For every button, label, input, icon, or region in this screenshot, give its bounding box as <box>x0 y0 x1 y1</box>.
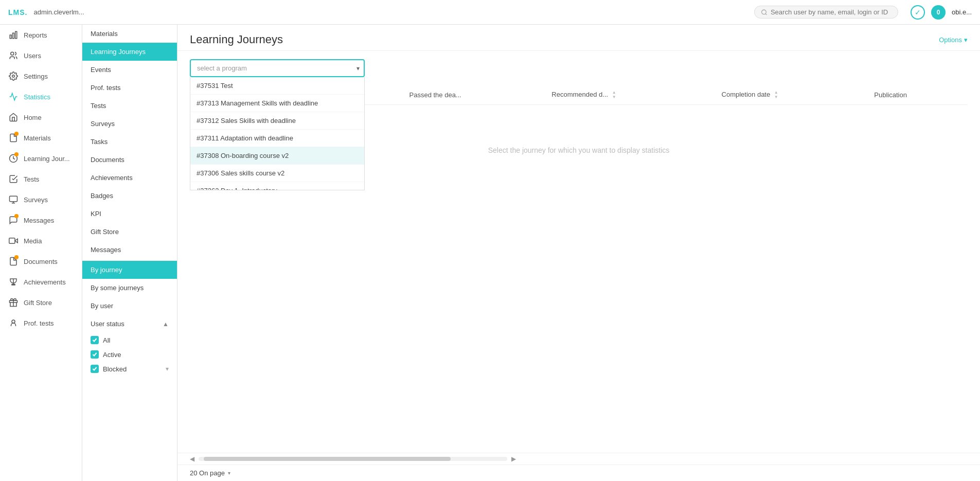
sec-item-kpi[interactable]: KPI <box>82 205 177 223</box>
h-scroll-track[interactable] <box>199 457 507 461</box>
sidebar-item-home[interactable]: Home <box>0 107 82 128</box>
search-icon <box>761 9 768 16</box>
h-scroll-thumb[interactable] <box>204 457 451 461</box>
sidebar-label-tests: Tests <box>24 175 39 183</box>
svg-rect-14 <box>12 284 15 286</box>
gift-icon <box>8 297 19 308</box>
sec-item-achievements[interactable]: Achievements <box>82 169 177 187</box>
col-passed-deadline[interactable]: Passed the dea... <box>403 85 546 105</box>
sec-item-tests[interactable]: Tests <box>82 97 177 115</box>
sidebar-item-achievements[interactable]: Achievements <box>0 272 82 292</box>
per-page-selector[interactable]: 20 On page ▾ <box>190 469 230 477</box>
col-publication[interactable]: Publication <box>868 85 968 105</box>
sort-arrows-completion: ▲▼ <box>774 91 778 99</box>
sidebar-label-home: Home <box>24 114 42 121</box>
home-icon <box>8 112 19 122</box>
scroll-right-arrow[interactable]: ▶ <box>511 455 516 462</box>
sidebar-item-documents[interactable]: Documents <box>0 251 82 272</box>
select-placeholder: select a program <box>197 64 247 72</box>
collapse-icon: ▲ <box>163 320 169 328</box>
blocked-expand-icon: ▾ <box>166 365 169 372</box>
svg-rect-8 <box>10 196 17 202</box>
options-button[interactable]: Options ▾ <box>939 36 968 44</box>
chart-line-icon <box>8 92 19 102</box>
checkbox-active[interactable]: Active <box>82 347 177 362</box>
program-select-container: select a program ▾ #37531 Test #37313 Ma… <box>190 59 365 77</box>
test-icon <box>8 174 19 184</box>
sidebar-label-gift-store: Gift Store <box>24 299 52 307</box>
sec-item-documents[interactable]: Documents <box>82 151 177 169</box>
checkbox-blocked[interactable]: Blocked ▾ <box>82 362 177 376</box>
trophy-icon <box>8 277 19 287</box>
checkbox-blocked-label: Blocked <box>103 365 127 373</box>
horizontal-scroll: ◀ ▶ <box>177 453 980 465</box>
prof-test-icon <box>8 318 19 328</box>
sidebar-item-messages[interactable]: Messages <box>0 210 82 230</box>
dropdown-item-37311[interactable]: #37311 Adaptation with deadline <box>190 130 364 147</box>
svg-rect-12 <box>9 238 15 244</box>
sidebar-item-gift-store[interactable]: Gift Store <box>0 292 82 313</box>
svg-point-6 <box>12 75 15 78</box>
sidebar-item-settings[interactable]: Settings <box>0 66 82 86</box>
sec-item-badges[interactable]: Badges <box>82 187 177 205</box>
chart-bar-icon <box>8 30 19 40</box>
sec-item-gift-store[interactable]: Gift Store <box>82 223 177 241</box>
sidebar-label-documents: Documents <box>24 258 58 265</box>
scroll-left-arrow[interactable]: ◀ <box>190 455 194 462</box>
program-dropdown-menu: #37531 Test #37313 Management Skills wit… <box>190 77 365 190</box>
main-content: Learning Journeys Options ▾ select a pro… <box>177 25 980 481</box>
col-completion-date[interactable]: Completion date ▲▼ <box>716 85 868 105</box>
sidebar-item-users[interactable]: Users <box>0 45 82 66</box>
dropdown-item-37262[interactable]: #37262 Day 1. Introductory <box>190 182 364 190</box>
avatar: 0 <box>931 5 946 20</box>
sidebar-label-statistics: Statistics <box>24 93 50 101</box>
col-recommended-date[interactable]: Recommended d... ▲▼ <box>545 85 715 105</box>
svg-line-1 <box>765 13 767 14</box>
sidebar-item-surveys[interactable]: Surveys <box>0 189 82 210</box>
sec-item-learning-journeys[interactable]: Learning Journeys <box>82 43 177 61</box>
options-chevron-icon: ▾ <box>964 36 968 44</box>
dropdown-item-37308[interactable]: #37308 On-boarding course v2 <box>190 147 364 165</box>
svg-point-0 <box>762 10 767 14</box>
svg-marker-11 <box>15 239 17 243</box>
sidebar-item-learning-journeys[interactable]: Learning Jour... <box>0 148 82 169</box>
program-select-input[interactable]: select a program <box>190 59 365 77</box>
search-bar[interactable] <box>754 6 898 19</box>
sidebar-label-prof-tests: Prof. tests <box>24 319 54 327</box>
sec-item-messages[interactable]: Messages <box>82 241 177 259</box>
sidebar-item-prof-tests[interactable]: Prof. tests <box>0 313 82 333</box>
sec-item-tasks[interactable]: Tasks <box>82 133 177 151</box>
per-page-label: 20 On page <box>190 469 225 477</box>
sidebar-label-users: Users <box>24 52 41 60</box>
sort-arrows-recommended: ▲▼ <box>612 91 616 99</box>
sidebar-label-reports: Reports <box>24 31 47 39</box>
sec-item-materials[interactable]: Materials <box>82 25 177 43</box>
svg-rect-3 <box>13 33 14 39</box>
sec-item-by-some-journeys[interactable]: By some journeys <box>82 279 177 297</box>
checkbox-all[interactable]: All <box>82 333 177 347</box>
user-status-header[interactable]: User status ▲ <box>82 315 177 333</box>
svg-rect-4 <box>15 31 17 39</box>
sec-item-by-user[interactable]: By user <box>82 297 177 315</box>
sidebar-item-media[interactable]: Media <box>0 230 82 251</box>
search-input[interactable] <box>771 8 892 16</box>
dropdown-item-37306[interactable]: #37306 Sales skills course v2 <box>190 165 364 182</box>
topbar: LMS. admin.cleverlm... ✓ 0 obi.e... <box>0 0 980 25</box>
dropdown-item-37313[interactable]: #37313 Management Skills with deadline <box>190 95 364 112</box>
lms-logo: LMS. <box>8 8 27 16</box>
gear-icon <box>8 71 19 81</box>
sidebar-item-materials[interactable]: Materials <box>0 128 82 148</box>
sidebar-left: Reports Users Settings Statistics <box>0 25 82 481</box>
sec-item-surveys[interactable]: Surveys <box>82 115 177 133</box>
sidebar-label-media: Media <box>24 237 42 245</box>
sidebar-item-statistics[interactable]: Statistics <box>0 86 82 107</box>
sec-item-by-journey[interactable]: By journey <box>82 261 177 279</box>
dropdown-item-37312[interactable]: #37312 Sales Skills with deadline <box>190 112 364 130</box>
sec-item-events[interactable]: Events <box>82 61 177 79</box>
sidebar-item-tests[interactable]: Tests <box>0 169 82 189</box>
sidebar-item-reports[interactable]: Reports <box>0 25 82 45</box>
dropdown-item-37531[interactable]: #37531 Test <box>190 77 364 95</box>
sidebar-label-settings: Settings <box>24 73 48 80</box>
sec-item-prof-tests[interactable]: Prof. tests <box>82 79 177 97</box>
checkbox-active-box <box>91 350 99 359</box>
